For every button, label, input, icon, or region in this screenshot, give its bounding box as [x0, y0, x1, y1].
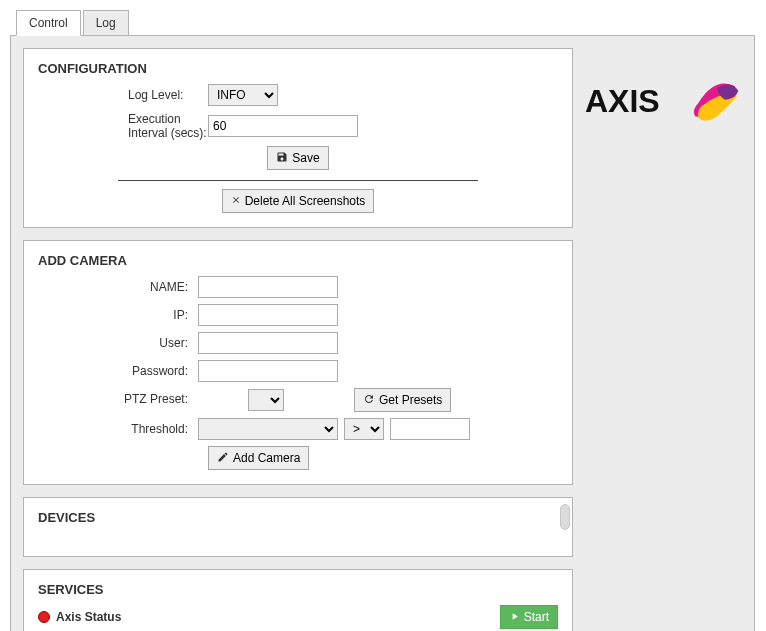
brand-logo-area: AXIS — [585, 48, 745, 148]
camera-ip-label: IP: — [38, 308, 198, 322]
axis-wordmark: AXIS — [585, 83, 660, 119]
delete-screenshots-button[interactable]: Delete All Screenshots — [222, 189, 375, 213]
save-button[interactable]: Save — [267, 146, 328, 170]
ptz-preset-select[interactable] — [248, 389, 284, 411]
config-divider — [118, 180, 478, 181]
main-panel: CONFIGURATION Log Level: INFO Execution … — [10, 35, 755, 631]
add-camera-button-label: Add Camera — [233, 451, 300, 465]
card-services: SERVICES Axis Status Start — [23, 569, 573, 631]
camera-name-input[interactable] — [198, 276, 338, 298]
get-presets-button[interactable]: Get Presets — [354, 388, 451, 412]
log-level-select[interactable]: INFO — [208, 84, 278, 106]
threshold-label: Threshold: — [38, 422, 198, 436]
get-presets-label: Get Presets — [379, 393, 442, 407]
services-title: SERVICES — [38, 582, 558, 597]
camera-user-label: User: — [38, 336, 198, 350]
play-icon — [509, 611, 520, 624]
card-add-camera: ADD CAMERA NAME: IP: User: Password: PTZ… — [23, 240, 573, 485]
camera-ip-input[interactable] — [198, 304, 338, 326]
devices-scrollbar[interactable] — [560, 504, 570, 530]
devices-title: DEVICES — [38, 510, 558, 525]
execution-interval-input[interactable] — [208, 115, 358, 137]
card-configuration: CONFIGURATION Log Level: INFO Execution … — [23, 48, 573, 228]
execution-interval-label: Execution Interval (secs): — [38, 112, 208, 140]
camera-user-input[interactable] — [198, 332, 338, 354]
refresh-icon — [363, 393, 375, 407]
card-devices: DEVICES — [23, 497, 573, 557]
close-icon — [231, 195, 241, 207]
axis-logo: AXIS — [585, 58, 745, 148]
add-camera-button[interactable]: Add Camera — [208, 446, 309, 470]
axis-status-label: Axis Status — [56, 610, 121, 624]
axis-status-indicator — [38, 611, 50, 623]
configuration-title: CONFIGURATION — [38, 61, 558, 76]
threshold-value-input[interactable] — [390, 418, 470, 440]
add-camera-title: ADD CAMERA — [38, 253, 558, 268]
start-button-label: Start — [524, 610, 549, 624]
pencil-icon — [217, 451, 229, 465]
delete-screenshots-label: Delete All Screenshots — [245, 194, 366, 208]
camera-password-label: Password: — [38, 364, 198, 378]
threshold-metric-select[interactable] — [198, 418, 338, 440]
camera-name-label: NAME: — [38, 280, 198, 294]
camera-password-input[interactable] — [198, 360, 338, 382]
tab-log[interactable]: Log — [83, 10, 129, 36]
log-level-label: Log Level: — [38, 88, 208, 102]
ptz-preset-label: PTZ Preset: — [38, 393, 198, 406]
start-service-button[interactable]: Start — [500, 605, 558, 629]
save-button-label: Save — [292, 151, 319, 165]
threshold-operator-select[interactable]: > — [344, 418, 384, 440]
save-icon — [276, 151, 288, 165]
tab-control[interactable]: Control — [16, 10, 81, 36]
